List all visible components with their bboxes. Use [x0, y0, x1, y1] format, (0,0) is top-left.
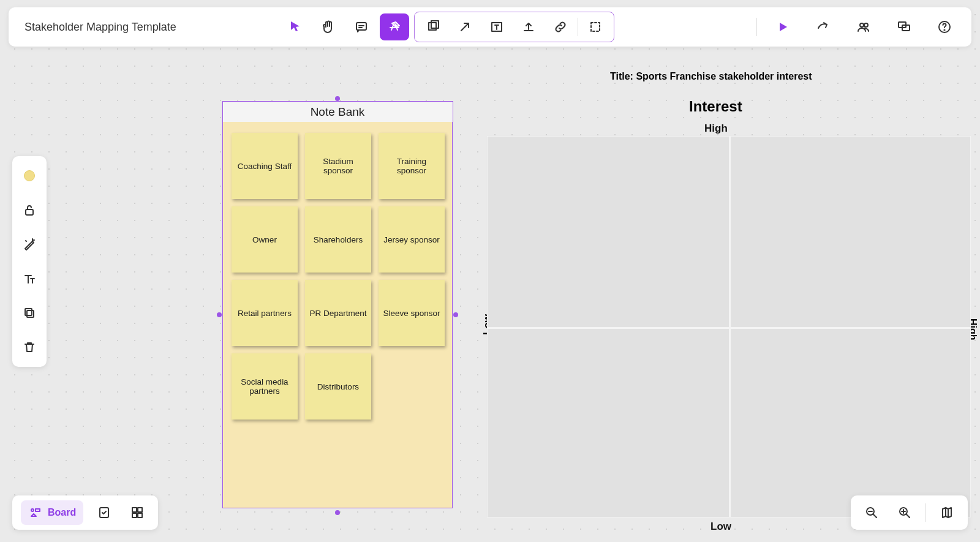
color-picker[interactable] [17, 164, 42, 188]
text-frame-tool[interactable] [482, 13, 511, 40]
bottom-left-bar: Board [12, 495, 158, 530]
svg-point-5 [860, 23, 864, 27]
top-toolbar: Stakeholder Mapping Template [9, 7, 971, 47]
sticky-note[interactable]: Jersey sponsor [379, 206, 445, 273]
shape-subtoolbar [414, 12, 614, 42]
svg-rect-11 [26, 209, 33, 215]
svg-rect-2 [431, 21, 439, 28]
arrow-tool[interactable] [450, 13, 480, 40]
share-button[interactable] [809, 13, 838, 40]
board-title[interactable]: Stakeholder Mapping Template [24, 21, 176, 34]
axis-heading: Interest [689, 98, 742, 115]
svg-rect-1 [429, 23, 436, 30]
svg-rect-18 [138, 508, 142, 512]
sticky-note[interactable]: Shareholders [305, 206, 371, 273]
svg-point-14 [31, 509, 34, 511]
resize-handle-top[interactable] [335, 96, 340, 101]
resize-handle-right[interactable] [453, 312, 458, 317]
sticky-note[interactable]: Retail partners [232, 280, 298, 346]
toolbar-divider [756, 18, 757, 36]
chart-title[interactable]: Title: Sports Franchise stakeholder inte… [610, 71, 812, 82]
resize-handle-left[interactable] [217, 312, 222, 317]
svg-rect-15 [36, 509, 40, 511]
sticky-note[interactable]: Training sponsor [379, 133, 445, 199]
svg-point-6 [864, 23, 868, 27]
grid-view-button[interactable] [125, 500, 149, 525]
notebank-body[interactable]: Coaching StaffStadium sponsorTraining sp… [223, 122, 452, 508]
axis-low-bottom: Low [710, 521, 731, 533]
board-chip-label: Board [48, 507, 76, 518]
zoom-out-button[interactable] [859, 500, 884, 525]
svg-rect-17 [132, 508, 137, 512]
comment-tool[interactable] [347, 13, 376, 40]
notebank-frame[interactable]: Note Bank Coaching StaffStadium sponsorT… [222, 121, 453, 508]
sticky-note[interactable]: Distributors [305, 353, 371, 420]
tools-menu[interactable] [380, 13, 409, 40]
board-view-chip[interactable]: Board [21, 500, 83, 525]
tasks-button[interactable] [92, 500, 116, 525]
pan-tool[interactable] [314, 13, 343, 40]
sticky-note[interactable]: Owner [232, 206, 298, 273]
sticky-note[interactable]: Sleeve sponsor [379, 280, 445, 346]
sticky-note[interactable]: Coaching Staff [232, 133, 298, 199]
select-tool[interactable] [281, 13, 310, 40]
interest-matrix[interactable] [487, 136, 971, 518]
color-swatch-icon [24, 170, 35, 181]
axis-high-top: High [704, 122, 728, 135]
style-panel [12, 156, 47, 367]
select-region-tool[interactable] [581, 13, 610, 40]
zoom-in-button[interactable] [892, 500, 917, 525]
upload-tool[interactable] [514, 13, 543, 40]
link-tool[interactable] [546, 13, 575, 40]
toolbar-divider [578, 18, 578, 36]
svg-rect-4 [591, 23, 600, 31]
sticky-note[interactable]: PR Department [305, 280, 371, 346]
magic-button[interactable] [17, 232, 42, 257]
resize-handle-bottom[interactable] [335, 510, 340, 515]
svg-rect-19 [132, 513, 137, 518]
toolbar-divider [925, 503, 926, 522]
help-button[interactable] [930, 13, 959, 40]
sticky-note[interactable]: Social media partners [232, 353, 298, 420]
bottom-right-bar [851, 495, 968, 530]
minimap-button[interactable] [935, 500, 959, 525]
chat-button[interactable] [889, 13, 919, 40]
svg-rect-12 [27, 311, 34, 317]
toolbar-right [756, 13, 959, 40]
sticky-tool[interactable] [418, 13, 448, 40]
lock-button[interactable] [17, 198, 42, 222]
notebank-header[interactable]: Note Bank [222, 101, 453, 122]
note-grid: Coaching StaffStadium sponsorTraining sp… [232, 133, 443, 420]
svg-rect-13 [25, 309, 32, 315]
svg-rect-20 [138, 513, 142, 518]
sticky-note[interactable]: Stadium sponsor [305, 133, 371, 199]
text-style-button[interactable] [17, 266, 42, 291]
copy-button[interactable] [17, 301, 42, 325]
svg-point-10 [944, 29, 944, 30]
collaborators-button[interactable] [849, 13, 878, 40]
delete-button[interactable] [17, 335, 42, 359]
toolbar-center [281, 12, 614, 42]
present-button[interactable] [768, 13, 797, 40]
